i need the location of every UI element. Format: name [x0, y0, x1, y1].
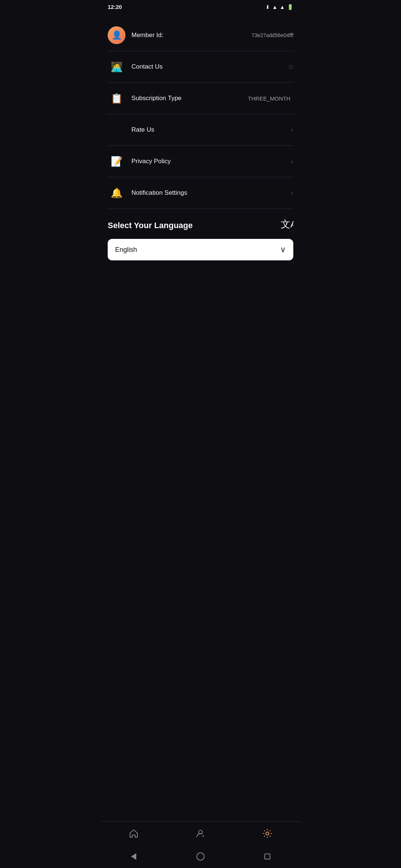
- contact-us-icon: 🧑‍💻: [108, 58, 125, 76]
- nav-item-profile[interactable]: [186, 827, 215, 843]
- android-nav: [100, 846, 301, 868]
- status-time: 12:20: [108, 4, 122, 10]
- contact-us-check-icon: ○: [288, 62, 293, 72]
- status-icons: ⬇ ▲ ▲ 🔋: [265, 4, 293, 10]
- rate-us-arrow-icon: ›: [291, 126, 293, 134]
- language-chevron-icon: ∨: [280, 245, 286, 254]
- notification-settings-item[interactable]: 🔔 Notification Settings ›: [108, 177, 293, 209]
- settings-icon: [262, 828, 273, 841]
- privacy-policy-arrow-icon: ›: [291, 158, 293, 165]
- android-back-button[interactable]: [128, 851, 139, 862]
- contact-us-label: Contact Us: [131, 63, 288, 70]
- notification-settings-label: Notification Settings: [131, 189, 291, 197]
- notification-settings-arrow-icon: ›: [291, 189, 293, 197]
- language-title: Select Your Language: [108, 221, 193, 230]
- home-icon: [128, 828, 139, 841]
- language-dropdown[interactable]: English ∨: [108, 239, 293, 260]
- member-id-label: Member Id:: [131, 32, 252, 39]
- notification-settings-icon: 🔔: [108, 184, 125, 202]
- member-row: 👤 Member Id: 73e27add56e04fff: [108, 20, 293, 51]
- battery-icon: 🔋: [287, 4, 293, 10]
- privacy-policy-item[interactable]: 📝 Privacy Policy ›: [108, 146, 293, 177]
- signal-icon: ▲: [280, 4, 285, 10]
- language-selected: English: [115, 246, 137, 254]
- subscription-type-item: 📋 Subscription Type THREE_MONTH: [108, 83, 293, 114]
- avatar-emoji: 👤: [112, 30, 122, 40]
- status-bar: 12:20 ⬇ ▲ ▲ 🔋: [100, 0, 301, 12]
- subscription-label: Subscription Type: [131, 95, 248, 102]
- android-recents-button[interactable]: [262, 851, 273, 862]
- android-home-button[interactable]: [195, 851, 206, 862]
- main-content: 👤 Member Id: 73e27add56e04fff 🧑‍💻 Contac…: [100, 12, 301, 541]
- svg-text:文A: 文A: [281, 218, 293, 230]
- subscription-value: THREE_MONTH: [248, 95, 290, 102]
- nav-item-home[interactable]: [120, 827, 148, 843]
- recents-icon: [264, 854, 270, 859]
- svg-text:≡: ≡: [116, 127, 119, 133]
- language-header: Select Your Language 文A: [108, 218, 293, 233]
- privacy-policy-icon: 📝: [108, 152, 125, 170]
- svg-text:⭐: ⭐: [111, 124, 121, 134]
- profile-icon: [195, 828, 206, 841]
- wifi-icon: ▲: [272, 4, 277, 10]
- member-avatar: 👤: [108, 26, 125, 44]
- nav-item-settings[interactable]: [253, 827, 281, 843]
- svg-point-5: [266, 832, 269, 835]
- privacy-policy-label: Privacy Policy: [131, 158, 291, 165]
- home-nav-icon: [196, 852, 205, 861]
- language-section: Select Your Language 文A English ∨: [108, 218, 293, 260]
- back-icon: [131, 853, 136, 860]
- download-icon: ⬇: [265, 4, 270, 10]
- translate-icon: 文A: [281, 218, 293, 233]
- subscription-icon: 📋: [108, 89, 125, 107]
- rate-us-label: Rate Us: [131, 126, 291, 134]
- contact-us-item[interactable]: 🧑‍💻 Contact Us ○: [108, 51, 293, 83]
- bottom-nav: [100, 821, 301, 846]
- content-spacer: [100, 541, 301, 821]
- rate-us-item[interactable]: ⭐ ≡ Rate Us ›: [108, 114, 293, 146]
- member-id-value: 73e27add56e04fff: [252, 32, 293, 38]
- rate-us-icon: ⭐ ≡: [108, 121, 125, 139]
